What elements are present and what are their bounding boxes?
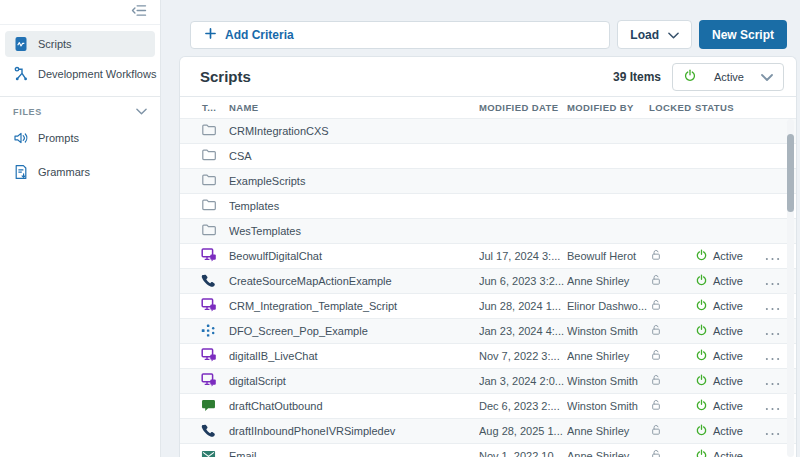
modified-by-cell: Winston Smith xyxy=(567,400,647,412)
table-row[interactable]: DFO_Screen_Pop_ExampleJan 23, 2024 4:...… xyxy=(180,318,796,343)
chevron-down-icon xyxy=(668,28,679,42)
actions-cell xyxy=(765,372,782,391)
table-row[interactable]: CreateSourceMapActionExampleJun 6, 2023 … xyxy=(180,268,796,293)
phone-icon xyxy=(201,273,216,290)
status-cell: Active xyxy=(695,249,765,264)
new-script-button[interactable]: New Script xyxy=(699,20,787,49)
row-actions-button[interactable] xyxy=(765,447,780,457)
actions-cell xyxy=(765,322,782,341)
table-row[interactable]: digitalScriptJan 3, 2024 2:0...Winston S… xyxy=(180,368,796,393)
table-row[interactable]: digitalIB_LiveChatNov 7, 2022 3:...Anne … xyxy=(180,343,796,368)
table-row[interactable]: BeowulfDigitalChatJul 17, 2024 3:...Beow… xyxy=(180,243,796,268)
name-cell: digitalIB_LiveChat xyxy=(229,350,479,362)
lock-icon xyxy=(649,423,663,439)
ellipsis-icon xyxy=(765,324,780,339)
power-icon xyxy=(683,69,697,85)
files-section-toggle[interactable]: FILES xyxy=(0,97,160,117)
vertical-scrollbar[interactable] xyxy=(787,119,794,457)
column-header-status[interactable]: STATUS xyxy=(695,102,765,113)
column-header-modified-date[interactable]: MODIFIED DATE xyxy=(479,102,567,113)
table-row[interactable]: ExampleScripts xyxy=(180,168,796,193)
type-cell xyxy=(180,273,229,290)
type-cell xyxy=(180,448,229,457)
lock-icon xyxy=(649,248,663,264)
modified-date-cell: Dec 6, 2023 2:... xyxy=(479,400,567,412)
sidebar-item-label: Scripts xyxy=(38,38,72,50)
table-row[interactable]: CSA xyxy=(180,143,796,168)
locked-cell xyxy=(647,398,695,414)
row-actions-button[interactable] xyxy=(765,422,780,441)
sidebar-item-development-workflows[interactable]: Development Workflows xyxy=(5,61,155,87)
actions-cell xyxy=(765,247,782,266)
table-row[interactable]: WesTemplates xyxy=(180,218,796,243)
status-label: Active xyxy=(713,450,743,457)
scrollbar-thumb[interactable] xyxy=(787,134,794,212)
column-header-t[interactable]: T... xyxy=(180,102,229,113)
table-row[interactable]: draftChatOutboundDec 6, 2023 2:...Winsto… xyxy=(180,393,796,418)
sidebar-item-label: Grammars xyxy=(38,166,90,178)
table-row[interactable]: CRM_Integration_Template_ScriptJun 28, 2… xyxy=(180,293,796,318)
modified-date-cell: Jun 6, 2023 3:2... xyxy=(479,275,567,287)
modified-by-cell: Anne Shirley xyxy=(567,275,647,287)
sidebar-item-prompts[interactable]: Prompts xyxy=(5,125,155,151)
status-filter-dropdown[interactable]: Active xyxy=(672,63,784,91)
workflow-icon xyxy=(12,66,29,82)
ellipsis-icon xyxy=(765,299,780,314)
row-actions-button[interactable] xyxy=(765,272,780,291)
row-actions-button[interactable] xyxy=(765,322,780,341)
row-actions-button[interactable] xyxy=(765,347,780,366)
power-icon xyxy=(695,399,708,414)
row-actions-button[interactable] xyxy=(765,297,780,316)
sidebar-item-scripts[interactable]: Scripts xyxy=(5,31,155,57)
status-label: Active xyxy=(713,375,743,387)
power-icon xyxy=(695,299,708,314)
row-actions-button[interactable] xyxy=(765,372,780,391)
lock-icon xyxy=(649,348,663,364)
column-header-name[interactable]: NAME xyxy=(229,102,479,113)
status-label: Active xyxy=(713,250,743,262)
table-row[interactable]: EmailNov 1, 2022 10...Anne ShirleyActive xyxy=(180,443,796,457)
status-cell: Active xyxy=(695,274,765,289)
connector-icon xyxy=(201,323,216,340)
modified-date-cell: Aug 28, 2025 1... xyxy=(479,425,567,437)
power-icon xyxy=(695,449,708,457)
name-cell: Templates xyxy=(229,200,479,212)
locked-cell xyxy=(647,423,695,439)
name-cell: ExampleScripts xyxy=(229,175,479,187)
locked-cell xyxy=(647,348,695,364)
locked-cell xyxy=(647,248,695,264)
column-header-modified-by[interactable]: MODIFIED BY xyxy=(567,102,647,113)
row-actions-button[interactable] xyxy=(765,397,780,416)
items-count: 39 Items xyxy=(613,70,661,84)
table-row[interactable]: Templates xyxy=(180,193,796,218)
actions-cell xyxy=(765,272,782,291)
files-nav: PromptsGrammars xyxy=(0,117,160,185)
sidebar-header xyxy=(0,0,160,25)
row-actions-button[interactable] xyxy=(765,247,780,266)
status-cell: Active xyxy=(695,424,765,439)
table-row[interactable]: draftIInboundPhoneIVRSimpledevAug 28, 20… xyxy=(180,418,796,443)
type-cell xyxy=(180,423,229,440)
locked-cell xyxy=(647,298,695,314)
locked-cell xyxy=(647,373,695,389)
table-body: CRMIntegrationCXSCSAExampleScriptsTempla… xyxy=(180,118,796,457)
load-button[interactable]: Load xyxy=(617,20,692,49)
modified-date-cell: Nov 1, 2022 10... xyxy=(479,450,567,457)
column-header-locked[interactable]: LOCKED xyxy=(647,102,695,113)
app-window: ScriptsDevelopment Workflows FILES Promp… xyxy=(0,0,800,457)
folder-icon xyxy=(201,172,217,190)
add-criteria-button[interactable]: Add Criteria xyxy=(190,21,610,49)
modified-by-cell: Winston Smith xyxy=(567,325,647,337)
type-cell xyxy=(180,347,229,365)
chat-bubble-icon xyxy=(201,398,216,415)
power-icon xyxy=(695,249,708,264)
collapse-sidebar-button[interactable] xyxy=(128,2,150,22)
type-cell xyxy=(180,323,229,340)
actions-cell xyxy=(765,422,782,441)
files-section-label: FILES xyxy=(13,107,42,117)
table-row[interactable]: CRMIntegrationCXS xyxy=(180,118,796,143)
digital-chat-icon xyxy=(201,347,217,365)
panel-header: Scripts 39 Items Active xyxy=(180,57,796,97)
modified-date-cell: Nov 7, 2022 3:... xyxy=(479,350,567,362)
sidebar-item-grammars[interactable]: Grammars xyxy=(5,159,155,185)
